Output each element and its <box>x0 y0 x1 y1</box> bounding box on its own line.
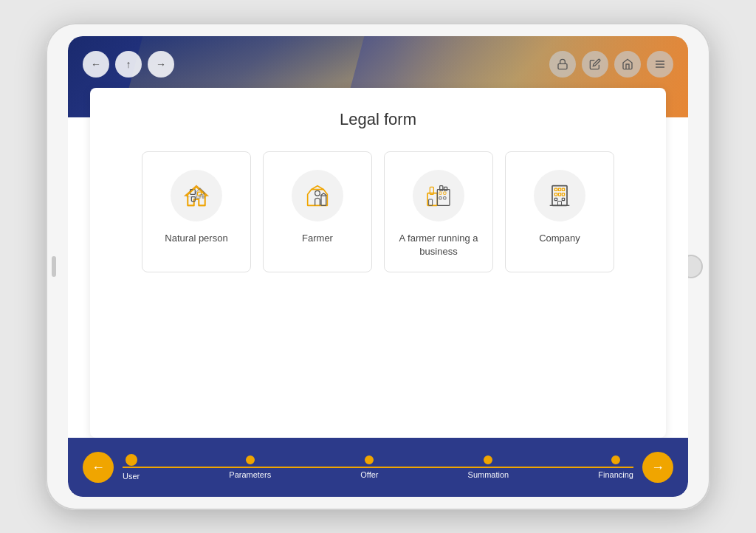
svg-rect-18 <box>439 197 441 199</box>
step-offer: Offer <box>360 455 378 479</box>
step-financing: Financing <box>598 455 633 479</box>
option-farmer-business[interactable]: A farmer running a business <box>384 151 493 272</box>
farmer-business-label: A farmer running a business <box>394 232 484 258</box>
farmer-icon-circle <box>292 170 343 221</box>
back-button[interactable]: ← <box>83 51 109 78</box>
step-label-summation: Summation <box>468 470 509 479</box>
option-farmer[interactable]: Farmer <box>263 151 372 272</box>
company-label: Company <box>539 232 580 245</box>
svg-rect-26 <box>558 193 560 196</box>
farmer-business-icon-circle <box>413 170 464 221</box>
svg-rect-23 <box>558 188 560 190</box>
svg-rect-27 <box>562 193 564 196</box>
options-grid: Natural person <box>142 151 614 272</box>
svg-rect-0 <box>558 63 567 69</box>
company-icon-circle <box>534 170 585 221</box>
step-dot-user <box>126 454 137 466</box>
barn-icon <box>303 181 332 210</box>
natural-person-icon-circle <box>171 170 222 221</box>
option-natural-person[interactable]: Natural person <box>142 151 251 272</box>
svg-rect-16 <box>439 192 441 194</box>
bottom-prev-button[interactable]: ← <box>83 452 114 483</box>
home-button[interactable] <box>614 51 641 78</box>
svg-rect-20 <box>429 199 433 205</box>
svg-rect-17 <box>444 192 446 194</box>
natural-person-label: Natural person <box>165 232 227 245</box>
option-company[interactable]: Company <box>505 151 614 272</box>
svg-rect-8 <box>198 192 202 196</box>
step-label-user: User <box>123 472 140 481</box>
svg-rect-24 <box>562 188 564 190</box>
progress-steps: User Parameters Offer Summation <box>123 454 633 481</box>
bottom-bar: ← User Parameters Offer <box>68 438 688 497</box>
forward-button[interactable]: → <box>148 51 174 78</box>
svg-rect-15 <box>444 187 447 190</box>
nav-left: ← ↑ → <box>83 51 174 78</box>
svg-rect-28 <box>554 198 557 200</box>
step-dot-parameters <box>246 455 255 464</box>
svg-rect-19 <box>444 197 446 199</box>
svg-rect-14 <box>440 186 443 191</box>
svg-rect-29 <box>562 198 564 200</box>
step-summation: Summation <box>468 455 509 479</box>
menu-button[interactable] <box>647 51 673 78</box>
step-label-offer: Offer <box>360 470 378 479</box>
progress-track: User Parameters Offer Summation <box>123 454 633 481</box>
screen: ← ↑ → <box>68 36 688 497</box>
step-label-parameters: Parameters <box>229 470 271 479</box>
svg-rect-22 <box>554 188 557 190</box>
factory-icon <box>424 181 453 210</box>
step-user: User <box>123 454 140 481</box>
tablet-frame: ← ↑ → <box>46 23 710 510</box>
svg-rect-30 <box>558 202 562 206</box>
step-parameters: Parameters <box>229 455 271 479</box>
step-label-financing: Financing <box>598 470 633 479</box>
farmer-label: Farmer <box>302 232 333 245</box>
lock-button[interactable] <box>549 51 576 78</box>
tablet-left-button <box>52 256 56 277</box>
house-icon <box>182 181 211 210</box>
up-button[interactable]: ↑ <box>115 51 142 78</box>
svg-rect-10 <box>321 196 326 205</box>
nav-right <box>549 51 673 78</box>
edit-button[interactable] <box>582 51 608 78</box>
step-dot-financing <box>611 455 620 464</box>
content-card: Legal form <box>90 88 666 438</box>
step-dot-summation <box>484 455 492 464</box>
bottom-next-button[interactable]: → <box>642 452 673 483</box>
step-dot-offer <box>365 455 374 464</box>
page-title: Legal form <box>340 110 416 129</box>
svg-rect-25 <box>554 193 557 196</box>
svg-point-9 <box>315 190 320 196</box>
building-icon <box>545 181 574 210</box>
